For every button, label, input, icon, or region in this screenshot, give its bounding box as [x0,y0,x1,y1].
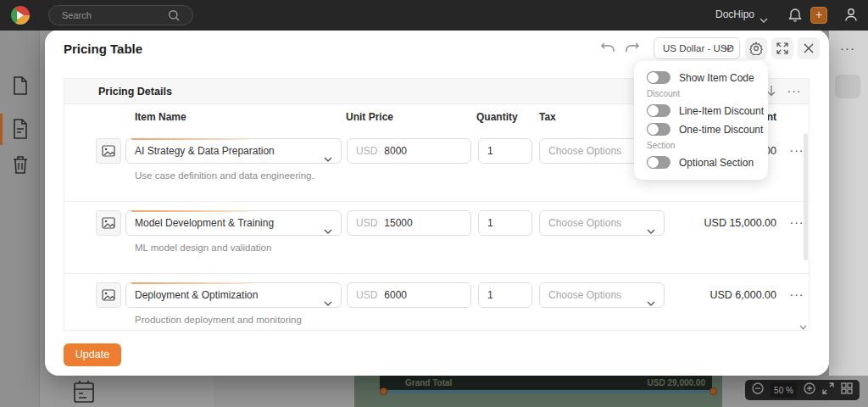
unit-price-input[interactable]: USD15000 [347,210,471,236]
zoom-level-value[interactable]: 50 % [771,383,797,398]
currency-prefix: USD [356,145,377,157]
toggle-knob [648,105,659,116]
unit-price-input[interactable]: USD6000 [347,282,471,308]
chevron-down-icon [647,220,655,243]
document-icon [11,84,30,98]
item-image-button[interactable] [96,210,121,236]
chevron-down-icon [760,12,768,27]
drag-accent [131,138,256,140]
column-header-tax: Tax [539,104,556,130]
more-options-button[interactable]: ··· [840,41,855,55]
redo-button[interactable] [623,41,642,59]
modal-title: Pricing Table [64,42,142,56]
tax-placeholder: Choose Options [548,217,621,229]
one-time-discount-row: One-time Discount [647,122,768,137]
item-name-select[interactable]: Deployment & Optimization [125,282,342,308]
table-scrollbar[interactable] [804,133,808,260]
item-name-select[interactable]: AI Strategy & Data Preparation [125,138,342,164]
item-image-button[interactable] [96,282,121,308]
toggle-knob [648,124,659,135]
section-menu-button[interactable]: ··· [784,79,804,103]
trash-icon [11,163,30,177]
optional-section-row: Optional Section [647,155,768,170]
currency-selector[interactable]: US Dollar - USD [654,37,740,59]
drag-accent [131,282,256,284]
picture-icon [102,217,115,229]
sidebar-item-notes[interactable] [11,118,30,143]
chevron-down-icon [324,292,332,315]
fullscreen-button[interactable] [771,37,793,59]
toggle-label: Show Item Code [679,72,754,84]
close-icon [804,43,814,53]
item-name-value: Deployment & Optimization [135,289,258,301]
row-menu-button[interactable]: ··· [787,282,806,306]
table-row: Deployment & Optimization USD6000 1 Choo… [64,274,809,331]
tax-select[interactable]: Choose Options [539,210,665,236]
quantity-input[interactable]: 1 [478,282,532,308]
tax-select[interactable]: Choose Options [539,282,665,308]
show-item-code-row: Show Item Code [647,70,768,85]
column-header-quantity: Quantity [476,104,518,130]
grand-total-value: USD 29,000.00 [648,376,705,390]
row-amount: USD 15,000.00 [704,210,776,236]
sidebar-item-pages[interactable] [11,75,30,99]
item-name-value: AI Strategy & Data Preparation [135,145,275,157]
grid-view-icon[interactable] [841,382,853,398]
unit-price-value: 15000 [384,217,412,229]
search-input[interactable]: Search [48,5,193,25]
side-tool-button[interactable] [835,75,860,98]
chevron-down-icon [324,220,332,243]
item-name-select[interactable]: Model Development & Training [125,210,342,236]
undo-button[interactable] [598,41,617,59]
column-header-unit-price: Unit Price [346,104,393,130]
tax-placeholder: Choose Options [548,145,621,157]
notifications-button[interactable] [788,8,802,26]
zoom-out-button[interactable] [752,382,764,398]
settings-button[interactable] [745,37,767,59]
redo-icon [625,41,640,54]
account-button[interactable] [843,7,859,26]
zoom-in-button[interactable] [804,382,815,398]
person-icon [843,7,859,23]
line-item-discount-toggle[interactable] [647,104,670,117]
column-header-item: Item Name [135,104,186,130]
dochipo-logo[interactable] [11,6,30,25]
search-placeholder: Search [62,10,92,20]
fit-screen-icon[interactable] [822,382,834,398]
selection-handle-left[interactable] [380,387,387,395]
update-button[interactable]: Update [64,343,121,366]
calendar-widget-icon[interactable] [73,380,95,407]
quantity-input[interactable]: 1 [478,210,532,236]
sidebar-item-trash[interactable] [11,154,30,178]
quantity-input[interactable]: 1 [478,138,532,164]
picture-icon [102,145,115,157]
search-icon [168,9,181,22]
grand-total-element[interactable]: Grand Total USD 29,000.00 [380,376,712,390]
selection-handle-right[interactable] [709,387,717,395]
grand-total-label: Grand Total [405,376,452,390]
optional-section-toggle[interactable] [647,156,670,169]
create-new-button[interactable]: + [810,7,827,24]
unit-price-input[interactable]: USD8000 [347,138,471,164]
tax-placeholder: Choose Options [548,289,621,301]
unit-price-value: 8000 [384,145,407,157]
undo-icon [600,41,615,54]
bell-icon [788,8,802,23]
workspace-menu[interactable]: DocHipo [715,8,754,20]
close-modal-button[interactable] [798,37,820,59]
picture-icon [102,289,115,301]
active-tool-indicator [0,114,3,145]
item-description: Production deployment and monitoring [135,315,302,325]
show-item-code-toggle[interactable] [647,71,670,84]
chevron-down-icon [724,46,732,52]
one-time-discount-toggle[interactable] [647,123,670,136]
currency-prefix: USD [356,217,377,229]
chevron-down-icon [647,292,655,315]
top-app-bar: Search DocHipo + [0,0,868,31]
item-image-button[interactable] [96,138,121,164]
expand-icon [776,42,788,54]
gear-icon [749,42,763,55]
left-icon-rail [0,31,39,407]
zoom-toolbar: 50 % [745,380,860,400]
scroll-down-icon[interactable] [799,319,807,331]
